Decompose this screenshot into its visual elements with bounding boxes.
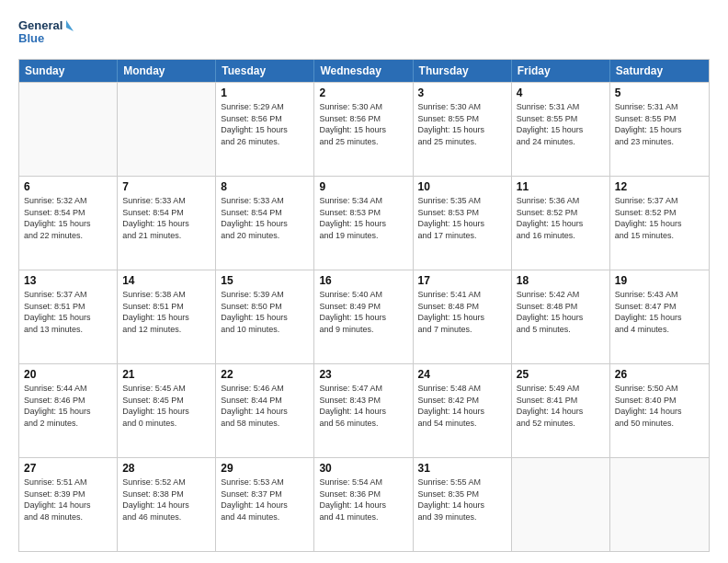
day-number: 7 — [122, 180, 210, 193]
day-cell-9: 9Sunrise: 5:34 AM Sunset: 8:53 PM Daylig… — [314, 177, 413, 270]
day-info: Sunrise: 5:30 AM Sunset: 8:55 PM Dayligh… — [418, 101, 506, 147]
day-number: 11 — [517, 180, 605, 193]
day-info: Sunrise: 5:40 AM Sunset: 8:49 PM Dayligh… — [319, 289, 407, 335]
day-info: Sunrise: 5:32 AM Sunset: 8:54 PM Dayligh… — [24, 195, 112, 241]
day-info: Sunrise: 5:33 AM Sunset: 8:54 PM Dayligh… — [122, 195, 210, 241]
day-info: Sunrise: 5:47 AM Sunset: 8:43 PM Dayligh… — [319, 383, 407, 429]
day-cell-12: 12Sunrise: 5:37 AM Sunset: 8:52 PM Dayli… — [610, 177, 709, 270]
empty-cell — [19, 83, 118, 176]
day-cell-26: 26Sunrise: 5:50 AM Sunset: 8:40 PM Dayli… — [610, 364, 709, 457]
day-cell-11: 11Sunrise: 5:36 AM Sunset: 8:52 PM Dayli… — [512, 177, 610, 270]
day-number: 25 — [517, 368, 605, 381]
day-number: 14 — [122, 274, 210, 287]
day-number: 31 — [418, 462, 506, 475]
day-number: 26 — [615, 368, 704, 381]
page: General Blue SundayMondayTuesdayWednesda… — [0, 0, 728, 563]
empty-cell — [118, 83, 216, 176]
header: General Blue — [18, 15, 710, 52]
header-day-saturday: Saturday — [610, 60, 709, 82]
day-number: 19 — [615, 274, 704, 287]
calendar: SundayMondayTuesdayWednesdayThursdayFrid… — [18, 59, 710, 552]
day-number: 27 — [24, 462, 112, 475]
day-number: 2 — [319, 86, 407, 99]
day-info: Sunrise: 5:42 AM Sunset: 8:48 PM Dayligh… — [517, 289, 605, 335]
day-number: 5 — [615, 86, 704, 99]
week-row-1: 6Sunrise: 5:32 AM Sunset: 8:54 PM Daylig… — [19, 176, 709, 270]
day-number: 6 — [24, 180, 112, 193]
day-number: 4 — [517, 86, 605, 99]
day-cell-25: 25Sunrise: 5:49 AM Sunset: 8:41 PM Dayli… — [512, 364, 610, 457]
day-cell-16: 16Sunrise: 5:40 AM Sunset: 8:49 PM Dayli… — [314, 270, 413, 363]
day-number: 3 — [418, 86, 506, 99]
logo-svg: General Blue — [18, 15, 74, 52]
svg-marker-2 — [66, 20, 74, 31]
day-number: 28 — [122, 462, 210, 475]
day-cell-1: 1Sunrise: 5:29 AM Sunset: 8:56 PM Daylig… — [216, 83, 314, 176]
week-row-4: 27Sunrise: 5:51 AM Sunset: 8:39 PM Dayli… — [19, 457, 709, 551]
day-cell-2: 2Sunrise: 5:30 AM Sunset: 8:56 PM Daylig… — [314, 83, 413, 176]
day-number: 21 — [122, 368, 210, 381]
day-info: Sunrise: 5:54 AM Sunset: 8:36 PM Dayligh… — [319, 477, 407, 523]
day-cell-3: 3Sunrise: 5:30 AM Sunset: 8:55 PM Daylig… — [414, 83, 512, 176]
empty-cell — [512, 458, 610, 551]
day-number: 15 — [221, 274, 309, 287]
day-info: Sunrise: 5:37 AM Sunset: 8:52 PM Dayligh… — [615, 195, 704, 241]
header-day-monday: Monday — [118, 60, 216, 82]
day-info: Sunrise: 5:51 AM Sunset: 8:39 PM Dayligh… — [24, 477, 112, 523]
day-info: Sunrise: 5:35 AM Sunset: 8:53 PM Dayligh… — [418, 195, 506, 241]
day-cell-23: 23Sunrise: 5:47 AM Sunset: 8:43 PM Dayli… — [314, 364, 413, 457]
header-day-thursday: Thursday — [414, 60, 512, 82]
day-number: 20 — [24, 368, 112, 381]
day-cell-15: 15Sunrise: 5:39 AM Sunset: 8:50 PM Dayli… — [216, 270, 314, 363]
day-number: 1 — [221, 86, 309, 99]
day-cell-6: 6Sunrise: 5:32 AM Sunset: 8:54 PM Daylig… — [19, 177, 118, 270]
day-number: 18 — [517, 274, 605, 287]
day-cell-7: 7Sunrise: 5:33 AM Sunset: 8:54 PM Daylig… — [118, 177, 216, 270]
day-info: Sunrise: 5:34 AM Sunset: 8:53 PM Dayligh… — [319, 195, 407, 241]
week-row-3: 20Sunrise: 5:44 AM Sunset: 8:46 PM Dayli… — [19, 363, 709, 457]
day-info: Sunrise: 5:43 AM Sunset: 8:47 PM Dayligh… — [615, 289, 704, 335]
logo: General Blue — [18, 15, 74, 52]
day-info: Sunrise: 5:38 AM Sunset: 8:51 PM Dayligh… — [122, 289, 210, 335]
day-cell-28: 28Sunrise: 5:52 AM Sunset: 8:38 PM Dayli… — [118, 458, 216, 551]
day-cell-31: 31Sunrise: 5:55 AM Sunset: 8:35 PM Dayli… — [414, 458, 512, 551]
day-cell-19: 19Sunrise: 5:43 AM Sunset: 8:47 PM Dayli… — [610, 270, 709, 363]
day-cell-27: 27Sunrise: 5:51 AM Sunset: 8:39 PM Dayli… — [19, 458, 118, 551]
day-number: 17 — [418, 274, 506, 287]
empty-cell — [610, 458, 709, 551]
day-info: Sunrise: 5:52 AM Sunset: 8:38 PM Dayligh… — [122, 477, 210, 523]
day-cell-20: 20Sunrise: 5:44 AM Sunset: 8:46 PM Dayli… — [19, 364, 118, 457]
day-info: Sunrise: 5:36 AM Sunset: 8:52 PM Dayligh… — [517, 195, 605, 241]
day-number: 8 — [221, 180, 309, 193]
day-number: 13 — [24, 274, 112, 287]
day-info: Sunrise: 5:48 AM Sunset: 8:42 PM Dayligh… — [418, 383, 506, 429]
day-cell-18: 18Sunrise: 5:42 AM Sunset: 8:48 PM Dayli… — [512, 270, 610, 363]
day-cell-22: 22Sunrise: 5:46 AM Sunset: 8:44 PM Dayli… — [216, 364, 314, 457]
day-info: Sunrise: 5:45 AM Sunset: 8:45 PM Dayligh… — [122, 383, 210, 429]
day-cell-17: 17Sunrise: 5:41 AM Sunset: 8:48 PM Dayli… — [414, 270, 512, 363]
day-info: Sunrise: 5:29 AM Sunset: 8:56 PM Dayligh… — [221, 101, 309, 147]
day-cell-5: 5Sunrise: 5:31 AM Sunset: 8:55 PM Daylig… — [610, 83, 709, 176]
day-number: 22 — [221, 368, 309, 381]
week-row-2: 13Sunrise: 5:37 AM Sunset: 8:51 PM Dayli… — [19, 270, 709, 363]
calendar-body: 1Sunrise: 5:29 AM Sunset: 8:56 PM Daylig… — [19, 82, 709, 551]
day-cell-4: 4Sunrise: 5:31 AM Sunset: 8:55 PM Daylig… — [512, 83, 610, 176]
svg-text:General: General — [18, 18, 63, 32]
day-cell-24: 24Sunrise: 5:48 AM Sunset: 8:42 PM Dayli… — [414, 364, 512, 457]
day-number: 24 — [418, 368, 506, 381]
header-day-wednesday: Wednesday — [314, 60, 413, 82]
day-number: 16 — [319, 274, 407, 287]
day-info: Sunrise: 5:41 AM Sunset: 8:48 PM Dayligh… — [418, 289, 506, 335]
day-cell-30: 30Sunrise: 5:54 AM Sunset: 8:36 PM Dayli… — [314, 458, 413, 551]
day-info: Sunrise: 5:55 AM Sunset: 8:35 PM Dayligh… — [418, 477, 506, 523]
day-cell-29: 29Sunrise: 5:53 AM Sunset: 8:37 PM Dayli… — [216, 458, 314, 551]
day-info: Sunrise: 5:53 AM Sunset: 8:37 PM Dayligh… — [221, 477, 309, 523]
day-cell-8: 8Sunrise: 5:33 AM Sunset: 8:54 PM Daylig… — [216, 177, 314, 270]
header-day-tuesday: Tuesday — [216, 60, 314, 82]
day-number: 9 — [319, 180, 407, 193]
day-number: 12 — [615, 180, 704, 193]
day-info: Sunrise: 5:49 AM Sunset: 8:41 PM Dayligh… — [517, 383, 605, 429]
day-info: Sunrise: 5:39 AM Sunset: 8:50 PM Dayligh… — [221, 289, 309, 335]
day-info: Sunrise: 5:37 AM Sunset: 8:51 PM Dayligh… — [24, 289, 112, 335]
day-info: Sunrise: 5:44 AM Sunset: 8:46 PM Dayligh… — [24, 383, 112, 429]
